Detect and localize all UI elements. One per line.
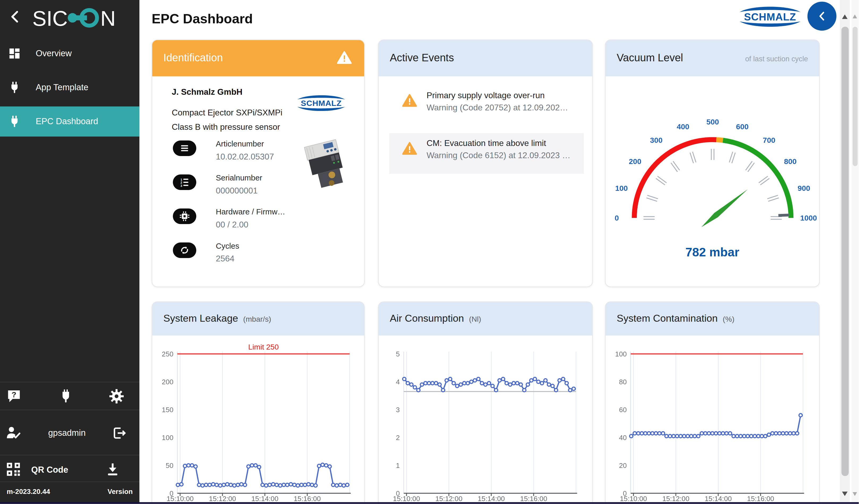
event-row[interactable]: Primary supply voltage over-run Warning … — [379, 88, 593, 127]
sidebar-item-overview[interactable]: Overview — [0, 39, 139, 68]
event-detail: Warning (Code 6152) at 12.09.2023 … — [426, 151, 570, 160]
system-leakage-unit: (mbar/s) — [243, 315, 271, 323]
scroll-up-arrow[interactable] — [853, 15, 857, 19]
svg-text:200: 200 — [629, 157, 641, 166]
scrollbar-thumb[interactable] — [853, 27, 858, 166]
sidebar-item-epc-dashboard[interactable]: EPC Dashboard — [0, 106, 139, 136]
sidebar-item-app-template[interactable]: App Template — [0, 73, 139, 103]
air-consumption-header: Air Consumption(Nl) — [379, 302, 592, 335]
svg-text:1000: 1000 — [800, 214, 817, 222]
active-events-header: Active Events — [379, 40, 592, 76]
product-description-line2: Class B with pressure sensor — [172, 120, 283, 134]
ident-row-value: 2564 — [216, 254, 235, 263]
identification-card-header: Identification — [152, 40, 364, 76]
svg-text:3: 3 — [396, 406, 400, 414]
sicon-logo-text-right: N — [100, 6, 116, 30]
scrollbar-thumb[interactable] — [841, 27, 848, 476]
system-leakage-chart: 050100150200250Limit 25015:10:0015:12:00… — [152, 335, 365, 504]
active-events-title: Active Events — [390, 52, 454, 64]
qr-code-label[interactable]: QR Code — [31, 465, 68, 475]
schmalz-logo-small: SCHMALZ — [295, 91, 347, 117]
identification-title: Identification — [163, 52, 223, 64]
sicon-logo: SIC N — [31, 3, 126, 33]
version-value: m-2023.20.44 — [6, 488, 50, 495]
sidebar-collapse-button[interactable] — [5, 8, 25, 27]
article-list-icon — [173, 140, 196, 156]
warning-triangle-icon — [402, 141, 417, 158]
event-detail: Warning (Code 20752) at 12.09.202… — [426, 103, 568, 112]
system-contamination-unit: (%) — [723, 315, 735, 323]
inner-scrollbar[interactable] — [840, 0, 850, 504]
svg-text:15:12:00: 15:12:00 — [435, 495, 462, 503]
svg-text:100: 100 — [162, 434, 174, 442]
sidebar-item-label: Overview — [35, 49, 72, 59]
system-contamination-card: System Contamination(%) 02040608010015:1… — [605, 302, 820, 504]
svg-text:150: 150 — [162, 406, 174, 414]
svg-text:1: 1 — [181, 178, 182, 181]
ident-row-value: 000000001 — [216, 185, 258, 195]
chevron-left-icon — [6, 8, 24, 25]
svg-text:60: 60 — [619, 406, 627, 414]
sidebar: SIC N Overview Ap — [0, 0, 139, 504]
svg-text:?: ? — [12, 390, 16, 399]
active-events-card: Active Events Primary supply voltage ove… — [378, 40, 593, 287]
scroll-down-arrow[interactable] — [842, 491, 848, 496]
collapse-panel-button[interactable] — [808, 2, 837, 31]
svg-text:15:10:00: 15:10:00 — [393, 495, 420, 503]
download-button[interactable] — [105, 461, 121, 479]
sidebar-item-label: EPC Dashboard — [35, 117, 98, 127]
logout-button[interactable] — [111, 425, 127, 442]
window-scrollbar[interactable] — [851, 0, 859, 504]
air-consumption-card: Air Consumption(Nl) 01234515:10:0015:12:… — [378, 302, 593, 504]
warning-triangle-icon — [402, 94, 417, 110]
svg-text:250: 250 — [162, 350, 174, 358]
vacuum-level-subtitle: of last suction cycle — [745, 55, 808, 63]
cycles-sync-icon — [173, 242, 196, 258]
window-bottom-edge — [0, 502, 859, 504]
settings-button[interactable] — [109, 388, 124, 406]
scroll-up-arrow[interactable] — [842, 15, 848, 19]
product-image — [302, 139, 350, 195]
system-contamination-header: System Contamination(%) — [606, 302, 819, 335]
svg-text:5: 5 — [396, 350, 400, 358]
vacuum-value: 782 mbar — [606, 245, 819, 260]
air-consumption-unit: (Nl) — [469, 315, 481, 323]
system-leakage-header: System Leakage(mbar/s) — [152, 302, 364, 335]
svg-text:15:12:00: 15:12:00 — [209, 495, 236, 503]
svg-text:15:16:00: 15:16:00 — [747, 495, 774, 503]
scroll-down-arrow[interactable] — [853, 492, 857, 496]
air-consumption-chart: 01234515:10:0015:12:0015:14:0015:16:00 — [379, 335, 593, 504]
svg-text:900: 900 — [798, 184, 810, 193]
identification-card: Identification J. Schmalz GmbH Compact E… — [152, 40, 365, 287]
svg-text:1: 1 — [396, 461, 400, 470]
ident-row-value: 00 / 2.00 — [216, 219, 248, 229]
schmalz-logo-text: SCHMALZ — [301, 99, 342, 107]
system-leakage-card: System Leakage(mbar/s) 050100150200250Li… — [152, 302, 365, 504]
svg-text:Limit 250: Limit 250 — [248, 342, 279, 351]
event-title: Primary supply voltage over-run — [426, 90, 545, 100]
svg-text:700: 700 — [763, 136, 775, 144]
svg-text:15:14:00: 15:14:00 — [478, 495, 505, 503]
system-contamination-chart: 02040608010015:10:0015:12:0015:14:0015:1… — [606, 335, 820, 504]
plug-icon — [8, 81, 21, 94]
svg-text:600: 600 — [736, 122, 749, 131]
air-consumption-title: Air Consumption — [390, 312, 464, 324]
event-row[interactable]: CM: Evacuation time above limit Warning … — [389, 133, 584, 174]
svg-text:200: 200 — [162, 378, 174, 386]
svg-text:50: 50 — [166, 461, 174, 470]
svg-text:4: 4 — [396, 378, 400, 386]
help-button[interactable]: ? — [6, 388, 22, 406]
help-icon: ? — [6, 388, 22, 404]
svg-text:15:10:00: 15:10:00 — [620, 495, 647, 503]
ident-row-label: Hardware / Firmw… — [216, 207, 285, 216]
svg-text:40: 40 — [619, 434, 627, 442]
warning-triangle-icon — [337, 51, 352, 67]
product-description-line1: Compact Ejector SXPi/SXMPi — [172, 105, 283, 120]
svg-text:80: 80 — [619, 378, 627, 386]
svg-text:15:14:00: 15:14:00 — [251, 495, 278, 503]
svg-text:2: 2 — [181, 181, 182, 184]
vacuum-level-header: Vacuum Level of last suction cycle — [606, 40, 819, 76]
usb-device-button[interactable] — [58, 388, 74, 406]
page-title: EPC Dashboard — [152, 11, 253, 27]
svg-text:2: 2 — [396, 434, 400, 442]
